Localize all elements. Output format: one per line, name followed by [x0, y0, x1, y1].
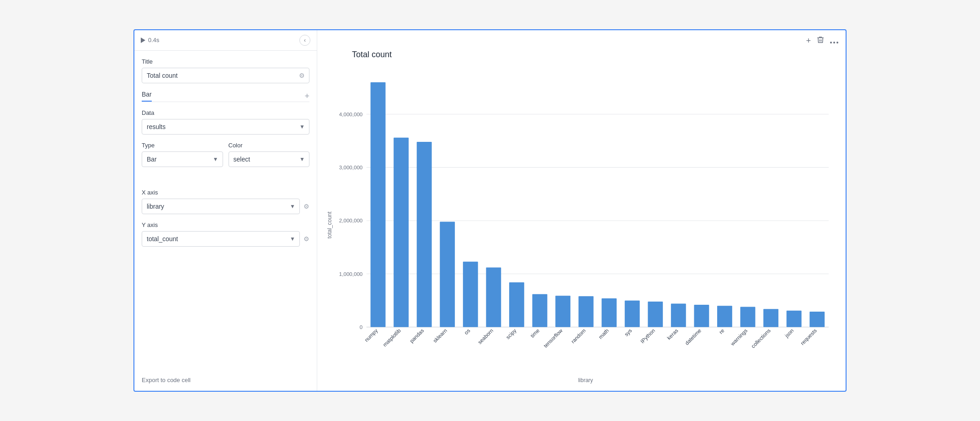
svg-rect-22	[463, 262, 478, 327]
tab-add-button[interactable]: +	[304, 92, 309, 100]
svg-rect-52	[810, 312, 825, 327]
svg-text:3,000,000: 3,000,000	[339, 165, 363, 170]
svg-text:0: 0	[360, 324, 362, 330]
svg-rect-26	[509, 282, 524, 327]
y-axis-row: total_count ▼ ⚙	[142, 231, 309, 247]
right-header: +	[325, 36, 838, 46]
type-group: Type Bar Line Scatter ▼	[142, 142, 223, 174]
collapse-button[interactable]: ‹	[299, 35, 310, 46]
chart-title: Total count	[352, 50, 392, 59]
svg-rect-38	[648, 302, 663, 327]
svg-rect-30	[555, 296, 570, 327]
x-axis-select[interactable]: library	[142, 199, 300, 214]
svg-text:4,000,000: 4,000,000	[339, 112, 363, 117]
svg-rect-28	[533, 294, 548, 327]
svg-rect-42	[694, 305, 709, 327]
svg-rect-44	[717, 306, 732, 327]
svg-text:math: math	[597, 328, 610, 340]
type-select[interactable]: Bar Line Scatter	[142, 151, 223, 167]
y-axis-gear-icon[interactable]: ⚙	[304, 235, 309, 243]
svg-text:1,000,000: 1,000,000	[339, 271, 363, 277]
svg-text:pandas: pandas	[409, 328, 425, 344]
svg-rect-20	[440, 221, 455, 327]
x-axis-row: library ▼ ⚙	[142, 199, 309, 214]
svg-text:sklearn: sklearn	[432, 328, 448, 344]
svg-text:IPython: IPython	[639, 328, 656, 344]
svg-point-2	[836, 42, 838, 43]
left-panel: 0.4s ‹ Title ⚙ Bar + Data	[134, 30, 317, 391]
svg-rect-40	[671, 304, 686, 327]
type-color-row: Type Bar Line Scatter ▼ Color se	[142, 142, 309, 182]
y-axis-label: Y axis	[142, 221, 309, 228]
title-input-wrapper: ⚙	[142, 68, 309, 83]
run-button[interactable]: 0.4s	[141, 37, 160, 43]
svg-rect-14	[371, 82, 386, 327]
svg-rect-46	[740, 307, 756, 327]
svg-text:collections: collections	[750, 328, 772, 349]
play-icon	[141, 38, 145, 43]
add-button[interactable]: +	[806, 36, 811, 46]
svg-rect-48	[763, 309, 778, 327]
tab-underline	[142, 102, 309, 102]
color-select-wrapper: select ▼	[229, 151, 310, 167]
svg-text:json: json	[783, 328, 794, 339]
svg-text:datetime: datetime	[684, 328, 702, 346]
collapse-icon: ‹	[304, 37, 306, 43]
svg-rect-24	[486, 267, 501, 327]
svg-text:time: time	[529, 328, 540, 339]
y-axis-chart-label: total_count	[325, 67, 333, 383]
svg-rect-18	[417, 142, 432, 327]
x-axis-label: X axis	[142, 189, 309, 196]
svg-text:seaborn: seaborn	[477, 328, 494, 345]
main-container: 0.4s ‹ Title ⚙ Bar + Data	[133, 29, 847, 392]
panel-body: Title ⚙ Bar + Data results ▼	[134, 51, 317, 377]
svg-rect-34	[602, 298, 617, 327]
color-group: Color select ▼	[229, 142, 310, 174]
svg-text:sys: sys	[623, 328, 633, 337]
title-gear-icon[interactable]: ⚙	[299, 72, 305, 79]
svg-rect-16	[394, 138, 409, 327]
svg-text:2,000,000: 2,000,000	[339, 218, 363, 223]
more-button[interactable]	[830, 36, 838, 46]
svg-text:warnings: warnings	[729, 328, 748, 347]
x-axis-select-wrap: library ▼	[142, 199, 300, 214]
svg-text:tensorflow: tensorflow	[543, 328, 564, 349]
svg-text:numpy: numpy	[363, 328, 378, 343]
tab-header: Bar +	[142, 91, 309, 102]
color-select[interactable]: select	[229, 151, 310, 167]
data-select[interactable]: results	[142, 119, 309, 135]
title-label: Title	[142, 58, 309, 65]
x-axis-gear-icon[interactable]: ⚙	[304, 203, 309, 210]
chart-content: 01,000,0002,000,0003,000,0004,000,000num…	[333, 67, 838, 383]
tabs-section: Bar +	[142, 91, 309, 102]
export-link[interactable]: Export to code cell	[134, 377, 317, 391]
svg-rect-50	[787, 311, 802, 327]
y-axis-select[interactable]: total_count	[142, 231, 300, 247]
data-label: Data	[142, 109, 309, 116]
title-input[interactable]	[142, 68, 309, 83]
svg-text:matplotlib: matplotlib	[382, 328, 402, 348]
data-select-wrapper: results ▼	[142, 119, 309, 135]
type-select-wrapper: Bar Line Scatter ▼	[142, 151, 223, 167]
panel-header: 0.4s ‹	[134, 30, 317, 51]
delete-button[interactable]	[816, 36, 825, 46]
svg-text:os: os	[463, 328, 471, 335]
svg-text:re: re	[718, 328, 725, 335]
svg-text:keras: keras	[666, 328, 679, 341]
svg-point-1	[833, 42, 835, 43]
y-axis-select-wrap: total_count ▼	[142, 231, 300, 247]
run-time-label: 0.4s	[148, 37, 160, 43]
bar-tab[interactable]: Bar	[142, 91, 152, 102]
right-panel: + Total count total_count 01,000,0002,00…	[317, 30, 846, 391]
chart-area: Total count total_count 01,000,0002,000,…	[325, 50, 838, 383]
bar-chart: 01,000,0002,000,0003,000,0004,000,000num…	[333, 67, 838, 375]
color-label: Color	[229, 142, 310, 149]
chart-wrap: total_count 01,000,0002,000,0003,000,000…	[325, 67, 838, 383]
x-axis-chart-label: library	[333, 377, 838, 383]
svg-text:random: random	[570, 328, 586, 344]
type-label: Type	[142, 142, 223, 149]
svg-text:requests: requests	[799, 328, 818, 346]
svg-point-0	[830, 42, 832, 43]
svg-rect-32	[579, 296, 594, 327]
svg-rect-36	[625, 301, 640, 327]
